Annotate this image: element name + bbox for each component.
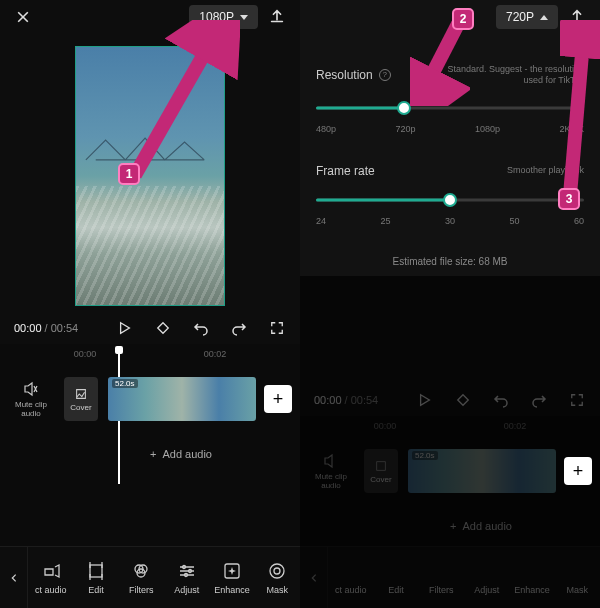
tool-edit[interactable]: Edit xyxy=(73,561,118,595)
export-icon[interactable] xyxy=(266,6,288,28)
tool-filters[interactable]: circle{fill:none;stroke:#ccc;stroke-widt… xyxy=(119,561,164,595)
redo-icon[interactable] xyxy=(530,391,548,409)
left-topbar: 1080P xyxy=(0,0,300,34)
export-settings-panel: Resolution ? Standard. Suggest - the res… xyxy=(300,34,600,267)
tool-filters[interactable]: Filters xyxy=(419,561,464,595)
video-clip[interactable]: 52.0s xyxy=(108,377,256,421)
resolution-slider-knob[interactable] xyxy=(397,101,411,115)
clip-duration: 52.0s xyxy=(112,379,138,388)
transport-bar: 00:00 / 00:54 xyxy=(0,312,300,344)
help-icon[interactable]: ? xyxy=(379,69,391,81)
framerate-slider[interactable] xyxy=(316,188,584,212)
estimated-size: Estimated file size: 68 MB xyxy=(316,256,584,267)
resolution-title: Resolution xyxy=(316,68,373,82)
tool-extract-audio[interactable]: ct audio xyxy=(328,561,373,595)
framerate-slider-knob[interactable] xyxy=(443,193,457,207)
tool-mask[interactable]: Mask xyxy=(255,561,300,595)
resolution-label: 1080P xyxy=(199,10,234,24)
add-audio-button[interactable]: +Add audio xyxy=(300,506,600,546)
svg-point-8 xyxy=(270,564,284,578)
undo-icon[interactable] xyxy=(492,391,510,409)
tool-mask[interactable]: Mask xyxy=(555,561,600,595)
tool-adjust[interactable]: Adjust xyxy=(164,561,209,595)
caret-down-icon xyxy=(240,15,248,20)
cover-button[interactable]: Cover xyxy=(64,377,98,421)
right-topbar: 720P xyxy=(300,0,600,34)
redo-icon[interactable] xyxy=(230,319,248,337)
mute-clip-audio-button[interactable]: Mute clip audio xyxy=(308,452,354,490)
add-clip-button[interactable]: + xyxy=(264,385,292,413)
caret-up-icon xyxy=(540,15,548,20)
fullscreen-icon[interactable] xyxy=(568,391,586,409)
framerate-hint: Smoother playback xyxy=(507,165,584,176)
cover-button[interactable]: Cover xyxy=(364,449,398,493)
tool-adjust[interactable]: Adjust xyxy=(464,561,509,595)
play-icon[interactable] xyxy=(116,319,134,337)
resolution-label: 720P xyxy=(506,10,534,24)
framerate-title: Frame rate xyxy=(316,164,375,178)
resolution-dropdown[interactable]: 1080P xyxy=(189,5,258,29)
add-clip-button[interactable]: + xyxy=(564,457,592,485)
svg-rect-0 xyxy=(90,565,102,577)
add-audio-button[interactable]: + Add audio xyxy=(0,434,300,474)
undo-icon[interactable] xyxy=(192,319,210,337)
fullscreen-icon[interactable] xyxy=(268,319,286,337)
framerate-setting: Frame rate Smoother playback 24 25 30 50… xyxy=(316,164,584,226)
back-button[interactable] xyxy=(300,547,328,608)
video-preview[interactable] xyxy=(75,46,225,306)
tool-enhance[interactable]: Enhance xyxy=(509,561,554,595)
right-pane: 720P Resolution ? Standard. Suggest - th… xyxy=(300,0,600,608)
timeline-ruler[interactable]: 00:00 00:02 xyxy=(0,344,300,364)
keyframe-icon[interactable] xyxy=(154,319,172,337)
tool-edit[interactable]: Edit xyxy=(373,561,418,595)
resolution-slider[interactable] xyxy=(316,96,584,120)
tool-extract-audio[interactable]: ct audio xyxy=(28,561,73,595)
left-pane: 1080P 00:00 / 00:54 xyxy=(0,0,300,608)
play-icon[interactable] xyxy=(416,391,434,409)
resolution-dropdown-open[interactable]: 720P xyxy=(496,5,558,29)
video-clip[interactable]: 52.0s xyxy=(408,449,556,493)
back-button[interactable] xyxy=(0,547,28,608)
time-display: 00:00 / 00:54 xyxy=(14,322,78,334)
resolution-setting: Resolution ? Standard. Suggest - the res… xyxy=(316,64,584,134)
video-preview-area xyxy=(0,34,300,312)
tool-enhance[interactable]: Enhance xyxy=(209,561,254,595)
export-icon[interactable] xyxy=(566,6,588,28)
bottom-toolbar: ct audio Edit circle{fill:none;stroke:#c… xyxy=(0,546,300,608)
svg-point-9 xyxy=(274,568,280,574)
close-icon[interactable] xyxy=(12,6,34,28)
timeline-zone: 00:00 00:02 Mute clip audio Cover 52.0s … xyxy=(0,344,300,546)
keyframe-icon[interactable] xyxy=(454,391,472,409)
mute-clip-audio-button[interactable]: Mute clip audio xyxy=(8,380,54,418)
resolution-hint: Standard. Suggest - the resolution used … xyxy=(434,64,584,86)
transport-bar-r: 00:00 / 00:54 xyxy=(300,384,600,416)
